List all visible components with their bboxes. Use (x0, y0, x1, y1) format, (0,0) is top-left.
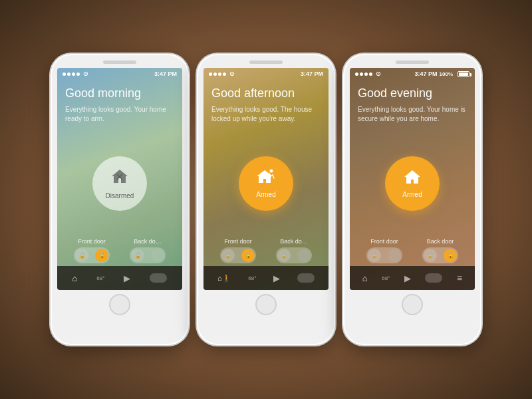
door-back-3: Back door 🔓 🔒 (412, 238, 468, 263)
subtitle-text: Everything looks good. Your homeready to… (65, 105, 174, 124)
back-lock-toggle-3[interactable]: 🔓 🔒 (422, 247, 458, 263)
svg-point-2 (270, 170, 273, 173)
battery-icon (458, 71, 469, 77)
door-front: Front door 🔓 🔒 (64, 238, 120, 263)
unlock-btn-4[interactable]: 🔓 (277, 249, 291, 262)
door-front-3: Front door 🔓 (356, 238, 412, 263)
dot4-3 (369, 72, 372, 76)
dot2 (213, 72, 217, 76)
disarmed-label: Disarmed (106, 192, 134, 200)
house-icon-evening (403, 168, 422, 188)
morning-content: Good morning Everything looks good. Your… (57, 80, 182, 234)
lock-locked-btn2[interactable] (151, 249, 164, 262)
back-lock-toggle[interactable]: 🔓 (130, 247, 166, 263)
time-display-3: 3:47 PM (415, 70, 438, 77)
home-button-2[interactable] (255, 294, 277, 315)
doors-row-3: Front door 🔓 Back door 🔓 🔒 (356, 238, 468, 263)
nav-camera-icon: ▶ (124, 273, 130, 283)
status-bar-afternoon: ⊙ 3:47 PM (203, 68, 329, 80)
status-circle-armed-evening[interactable]: Armed (385, 156, 440, 211)
phone-morning: ⊙ 3:47 PM Good morning Everything looks … (50, 53, 190, 346)
time-display: 3:47 PM (154, 70, 177, 77)
bottom-nav-evening: ⌂ 68° ▶ ≡ (350, 266, 475, 290)
status-circle-disarmed[interactable]: Disarmed (92, 156, 147, 211)
phone-speaker-2 (249, 61, 283, 64)
front-door-label-3: Front door (370, 238, 398, 245)
front-lock-toggle[interactable]: 🔓 🔒 (74, 247, 110, 263)
dot1 (209, 72, 212, 76)
house-walk-icon (256, 168, 276, 188)
lock-locked-btn[interactable]: 🔒 (95, 249, 108, 262)
status-circle-armed-afternoon[interactable]: Armed (239, 156, 293, 211)
dot3 (72, 72, 75, 76)
lock-unlocked-btn2[interactable]: 🔓 (131, 249, 144, 262)
nav-camera[interactable]: ▶ (124, 273, 130, 283)
dot2-3 (360, 72, 363, 76)
doors-section-morning: Front door 🔓 🔒 Back do… 🔓 (57, 234, 182, 266)
home-button-3[interactable] (402, 294, 423, 315)
phone-afternoon: ⊙ 3:47 PM Good afternoon Everything look… (196, 53, 336, 346)
front-door-label: Front door (78, 238, 106, 245)
nav-toggle[interactable] (150, 273, 167, 283)
nav-camera-3[interactable]: ▶ (404, 273, 411, 283)
signal-dots-3: ⊙ (355, 70, 381, 77)
doors-section-evening: Front door 🔓 Back door 🔓 🔒 (350, 234, 475, 266)
home-button[interactable] (109, 294, 130, 315)
dot4 (76, 72, 80, 76)
status-circle-wrap-3[interactable]: Armed (358, 133, 467, 234)
nav-camera-icon-2: ▶ (273, 273, 280, 283)
lock-unlocked-btn[interactable]: 🔓 (75, 249, 88, 262)
signal-dots: ⊙ (63, 70, 88, 77)
status-bar-evening: ⊙ 3:47 PM 100% (350, 68, 475, 80)
lock-btn-3[interactable]: 🔒 (241, 249, 255, 262)
lock-btn-5[interactable] (388, 249, 401, 262)
unlock-btn-5[interactable]: 🔓 (368, 249, 381, 262)
bottom-nav-morning: ⌂ 68° ▶ (57, 266, 182, 290)
back-lock-toggle-2[interactable]: 🔓 (276, 247, 312, 263)
unlock-btn-6[interactable]: 🔓 (424, 249, 437, 262)
door-front-2: Front door 🔓 🔒 (210, 238, 266, 263)
armed-label-afternoon: Armed (256, 191, 275, 198)
screen-morning: ⊙ 3:47 PM Good morning Everything looks … (57, 68, 182, 290)
nav-temp-3[interactable]: 68° (382, 275, 390, 281)
nav-camera-2[interactable]: ▶ (273, 273, 280, 283)
evening-content: Good evening Everything looks good. Your… (350, 80, 475, 234)
doors-row-2: Front door 🔓 🔒 Back do… 🔓 (210, 238, 322, 263)
nav-toggle-2[interactable] (297, 273, 315, 283)
afternoon-content: Good afternoon Everything looks good. Th… (203, 80, 329, 234)
door-back: Back do… 🔓 (120, 238, 176, 263)
nav-home-3[interactable]: ⌂ (362, 273, 368, 283)
front-lock-toggle-2[interactable]: 🔓 🔒 (220, 247, 256, 263)
lock-btn-4[interactable] (297, 249, 311, 262)
subtitle-afternoon: Everything looks good. The houselocked u… (211, 105, 321, 124)
dot3-3 (364, 72, 368, 76)
nav-home[interactable]: ⌂ (72, 273, 78, 283)
nav-home-icon-3: ⌂ (362, 273, 368, 283)
unlock-btn-3[interactable]: 🔓 (221, 249, 235, 262)
lock-btn-6[interactable]: 🔒 (444, 249, 457, 262)
dot1-3 (355, 72, 358, 76)
front-lock-toggle-3[interactable]: 🔓 (366, 247, 402, 263)
nav-menu[interactable]: ≡ (457, 273, 462, 283)
door-back-2: Back do… 🔓 (266, 238, 322, 263)
signal-dots-2: ⊙ (209, 70, 235, 77)
nav-toggle-3[interactable] (425, 273, 442, 283)
status-circle-wrap-2[interactable]: Armed (211, 133, 321, 234)
dot4 (223, 72, 226, 76)
back-door-label: Back do… (134, 238, 162, 245)
nav-home-walk-icon: ⌂🚶 (217, 274, 231, 283)
nav-temp-2[interactable]: 68° (248, 275, 256, 281)
screen-afternoon: ⊙ 3:47 PM Good afternoon Everything look… (203, 68, 329, 290)
screen-evening: ⊙ 3:47 PM 100% Good evening Everything l… (350, 68, 475, 290)
wifi-icon: ⊙ (83, 70, 88, 77)
dot3 (218, 72, 221, 76)
nav-temp[interactable]: 68° (96, 275, 104, 281)
phone-speaker (103, 61, 136, 64)
bottom-nav-afternoon: ⌂🚶 68° ▶ (203, 266, 329, 290)
nav-home-2[interactable]: ⌂🚶 (217, 274, 231, 283)
greeting-afternoon: Good afternoon (211, 86, 321, 101)
status-right: 3:47 PM 100% (415, 70, 469, 77)
greeting-evening: Good evening (358, 86, 467, 101)
status-circle-wrap[interactable]: Disarmed (65, 133, 174, 234)
battery-fill (459, 72, 468, 76)
